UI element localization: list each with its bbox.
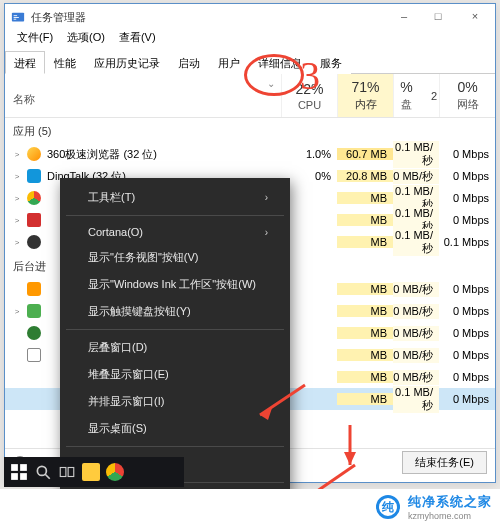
process-name-cell: >360极速浏览器 (32 位): [5, 147, 281, 162]
process-row[interactable]: >360极速浏览器 (32 位)1.0%60.7 MB0.1 MB/秒0 Mbp…: [5, 143, 495, 165]
svg-point-8: [37, 466, 46, 475]
group-apps: 应用 (5): [5, 118, 495, 143]
separator: [66, 329, 284, 330]
window-title: 任务管理器: [31, 10, 86, 25]
taskbar-taskview-icon[interactable]: [58, 463, 76, 481]
ctx-show-touch[interactable]: 显示触摸键盘按钮(Y): [60, 298, 290, 325]
memory-cell: MB: [337, 214, 393, 226]
network-cell: 0 Mbps: [439, 192, 495, 204]
disk-cell: 0.1 MB/秒: [393, 141, 439, 168]
memory-cell: MB: [337, 236, 393, 248]
ctx-cortana[interactable]: Cortana(O)›: [60, 220, 290, 244]
tab-startup[interactable]: 启动: [169, 51, 209, 74]
ctx-show-task-view[interactable]: 显示"任务视图"按钮(V): [60, 244, 290, 271]
svg-rect-11: [68, 468, 74, 477]
header-network[interactable]: 0% 网络: [439, 74, 495, 117]
tab-details[interactable]: 详细信息: [249, 51, 311, 74]
menu-view[interactable]: 查看(V): [113, 30, 162, 50]
network-cell: 0 Mbps: [439, 148, 495, 160]
tab-performance[interactable]: 性能: [45, 51, 85, 74]
memory-cell: 60.7 MB: [337, 148, 393, 160]
app-icon: [27, 235, 41, 249]
disk-cell: 0.1 MB/秒: [393, 386, 439, 413]
svg-rect-10: [60, 468, 66, 477]
tabbar: 进程 性能 应用历史记录 启动 用户 详细信息 服务: [5, 50, 495, 74]
disk-cell: 0 MB/秒: [393, 348, 439, 363]
ctx-toolbar[interactable]: 工具栏(T)›: [60, 184, 290, 211]
network-cell: 0 Mbps: [439, 327, 495, 339]
svg-rect-1: [14, 15, 18, 16]
chevron-down-icon: ⌄: [267, 78, 275, 89]
chevron-right-icon: ›: [265, 192, 268, 203]
disk-cell: 0 MB/秒: [393, 370, 439, 385]
expand-caret-icon[interactable]: >: [13, 150, 21, 159]
disk-cell: 0 MB/秒: [393, 326, 439, 341]
disk-cell: 0 MB/秒: [393, 282, 439, 297]
memory-cell: MB: [337, 327, 393, 339]
taskbar-search-icon[interactable]: [34, 463, 52, 481]
titlebar: 任务管理器 – □ ×: [5, 4, 495, 30]
expand-caret-icon[interactable]: >: [13, 194, 21, 203]
taskbar-explorer-icon[interactable]: [82, 463, 100, 481]
network-cell: 0 Mbps: [439, 305, 495, 317]
network-cell: 0 Mbps: [439, 214, 495, 226]
tab-users[interactable]: 用户: [209, 51, 249, 74]
ctx-stacked[interactable]: 堆叠显示窗口(E): [60, 361, 290, 388]
app-icon: [27, 282, 41, 296]
ctx-show-desktop[interactable]: 显示桌面(S): [60, 415, 290, 442]
header-disk-partial[interactable]: % 盘: [393, 74, 419, 117]
disk-cell: 0 MB/秒: [393, 304, 439, 319]
tab-history[interactable]: 应用历史记录: [85, 51, 169, 74]
process-name-label: 360极速浏览器 (32 位): [47, 147, 157, 162]
expand-caret-icon[interactable]: >: [13, 307, 21, 316]
expand-caret-icon[interactable]: >: [13, 172, 21, 181]
window-buttons: – □ ×: [387, 4, 495, 28]
taskbar: [4, 457, 184, 487]
brand-strip: 纯 纯净系统之家 kzmyhome.com: [0, 489, 500, 525]
brand-domain: kzmyhome.com: [408, 511, 492, 521]
memory-cell: 20.8 MB: [337, 170, 393, 182]
header-name[interactable]: ⌄ 名称: [5, 74, 281, 117]
svg-rect-3: [14, 19, 17, 20]
memory-cell: MB: [337, 349, 393, 361]
tab-services[interactable]: 服务: [311, 51, 351, 74]
app-icon: [27, 147, 41, 161]
tab-processes[interactable]: 进程: [5, 51, 45, 74]
header-memory[interactable]: 71% 内存: [337, 74, 393, 117]
expand-caret-icon[interactable]: >: [13, 238, 21, 247]
menu-options[interactable]: 选项(O): [61, 30, 111, 50]
ctx-side-by-side[interactable]: 并排显示窗口(I): [60, 388, 290, 415]
chevron-right-icon: ›: [265, 227, 268, 238]
app-icon: [27, 326, 41, 340]
network-cell: 0 Mbps: [439, 393, 495, 405]
svg-rect-7: [20, 473, 27, 480]
network-cell: 0 Mbps: [439, 371, 495, 383]
app-icon: [27, 213, 41, 227]
maximize-button[interactable]: □: [421, 4, 455, 28]
memory-cell: MB: [337, 283, 393, 295]
cpu-cell: 1.0%: [281, 148, 337, 160]
network-cell: 0 Mbps: [439, 283, 495, 295]
memory-cell: MB: [337, 192, 393, 204]
end-task-button[interactable]: 结束任务(E): [402, 451, 487, 474]
network-cell: 0 Mbps: [439, 349, 495, 361]
disk-cell: 0.1 MB/秒: [393, 229, 439, 256]
disk-cell: 0 MB/秒: [393, 169, 439, 184]
app-icon: [27, 392, 41, 406]
separator: [66, 446, 284, 447]
start-button[interactable]: [10, 463, 28, 481]
menu-file[interactable]: 文件(F): [11, 30, 59, 50]
app-icon: [27, 348, 41, 362]
ctx-show-ink[interactable]: 显示"Windows Ink 工作区"按钮(W): [60, 271, 290, 298]
task-manager-icon: [11, 10, 25, 24]
header-cpu[interactable]: 22% CPU: [281, 74, 337, 117]
separator: [66, 215, 284, 216]
minimize-button[interactable]: –: [387, 4, 421, 28]
taskbar-chrome-icon[interactable]: [106, 463, 124, 481]
header-disk-digit: 2: [419, 90, 439, 102]
brand-name: 纯净系统之家: [408, 493, 492, 511]
ctx-cascade[interactable]: 层叠窗口(D): [60, 334, 290, 361]
expand-caret-icon[interactable]: >: [13, 216, 21, 225]
memory-cell: MB: [337, 305, 393, 317]
close-button[interactable]: ×: [455, 4, 495, 28]
